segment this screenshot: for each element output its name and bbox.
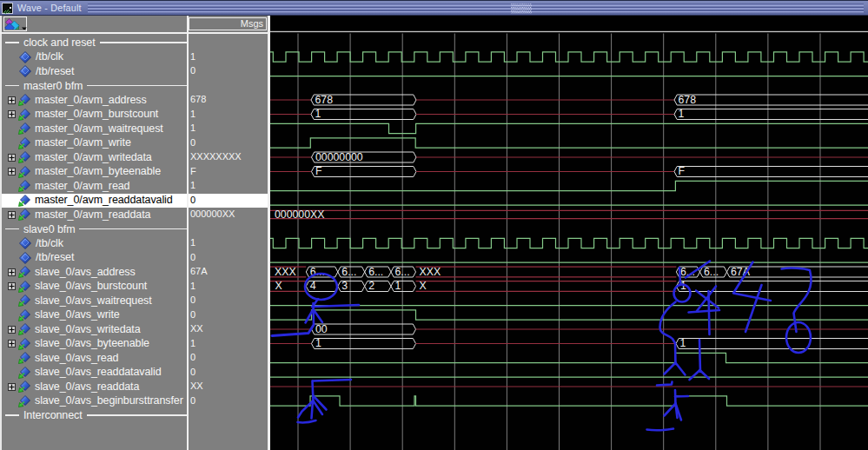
svg-text:4: 4: [310, 280, 316, 292]
svg-text:XXX: XXX: [275, 266, 296, 278]
svg-text:00000000: 00000000: [315, 151, 363, 163]
svg-text:678: 678: [679, 94, 697, 106]
svg-text:XXX: XXX: [420, 266, 441, 278]
svg-text:6...: 6...: [341, 266, 356, 278]
svg-text:6...: 6...: [395, 266, 410, 278]
svg-text:2: 2: [368, 280, 374, 292]
svg-text:X: X: [420, 280, 427, 292]
svg-text:1: 1: [315, 108, 321, 120]
svg-text:X: X: [275, 280, 282, 292]
svg-text:F: F: [679, 165, 686, 177]
svg-text:3: 3: [341, 280, 348, 292]
svg-text:6...: 6...: [704, 266, 719, 278]
svg-text:1: 1: [679, 108, 685, 120]
svg-text:1: 1: [395, 280, 401, 292]
svg-text:000000XX: 000000XX: [275, 208, 324, 221]
svg-text:678: 678: [315, 94, 334, 106]
svg-text:1: 1: [315, 337, 321, 349]
svg-text:00: 00: [315, 323, 328, 335]
svg-text:6...: 6...: [368, 266, 383, 278]
svg-text:F: F: [315, 165, 322, 177]
svg-text:1: 1: [680, 337, 686, 349]
